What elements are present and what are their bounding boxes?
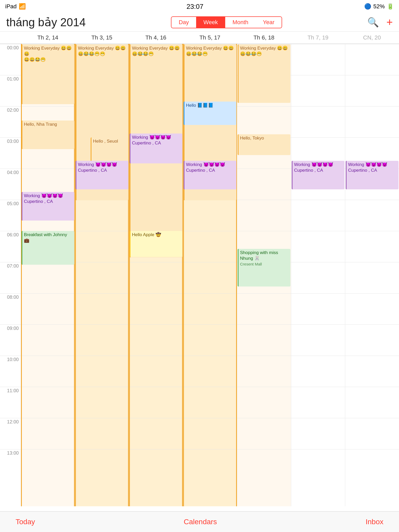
event-working-devil-1[interactable]: Working 😈😈😈😈Cupertino , CA bbox=[76, 161, 128, 189]
event-hello-apple[interactable]: Hello Apple 🤠 bbox=[130, 231, 182, 257]
month-title: tháng bảy 2014 bbox=[6, 16, 86, 29]
status-bar: iPad 📶 23:07 🔵 52% 🔋 bbox=[0, 0, 399, 13]
inbox-button[interactable]: Inbox bbox=[365, 518, 383, 526]
day-col-2: Working Everyday 😀😀😀😂😂😁 Working 😈😈😈😈Cupe… bbox=[129, 44, 183, 506]
time-13: 13:00 bbox=[0, 449, 21, 480]
time-01: 01:00 bbox=[0, 75, 21, 106]
day-col-4: Working Everyday 😀😀😀😂😂😁 Hello, Tokyo Sho… bbox=[237, 44, 291, 506]
event-working-devil-2[interactable]: Working 😈😈😈😈Cupertino , CA bbox=[130, 134, 182, 163]
view-btn-day[interactable]: Day bbox=[171, 17, 196, 28]
days-grid: Working Everyday 😀😀😀😀😀😂😁 Hello, Nha Tran… bbox=[21, 44, 399, 506]
search-icon[interactable]: 🔍 bbox=[367, 17, 379, 28]
time-05: 05:00 bbox=[0, 200, 21, 231]
bluetooth-icon: 🔵 bbox=[364, 3, 371, 10]
view-switcher[interactable]: Day Week Month Year bbox=[171, 16, 282, 28]
time-08: 08:00 bbox=[0, 293, 21, 324]
time-10: 10:00 bbox=[0, 356, 21, 387]
time-07: 07:00 bbox=[0, 262, 21, 293]
day-header-4: Th 6, 18 bbox=[237, 32, 291, 44]
day-col-5: Working 😈😈😈😈Cupertino , CA bbox=[291, 44, 345, 506]
event-working-everyday-4[interactable]: Working Everyday 😀😀😀😂😂😁 bbox=[238, 44, 290, 103]
status-right: 🔵 52% 🔋 bbox=[364, 3, 394, 10]
event-shopping-nhung[interactable]: Shopping with miss Nhung 🐰Cresent Mall bbox=[238, 249, 290, 287]
time-11: 11:00 bbox=[0, 387, 21, 418]
day-col-0: Working Everyday 😀😀😀😀😀😂😁 Hello, Nha Tran… bbox=[21, 44, 75, 506]
wifi-icon: 📶 bbox=[19, 3, 26, 10]
add-icon[interactable]: + bbox=[386, 16, 393, 29]
time-00: 00:00 bbox=[0, 44, 21, 75]
header-actions: 🔍 + bbox=[367, 16, 393, 29]
day-header-2: Th 4, 16 bbox=[129, 32, 183, 44]
time-header-spacer bbox=[0, 32, 21, 44]
battery-label: 52% bbox=[373, 3, 385, 10]
status-time: 23:07 bbox=[187, 3, 203, 11]
day-col-6: Working 😈😈😈😈Cupertino , CA bbox=[345, 44, 399, 506]
event-hello-blue[interactable]: Hello 📘📘📘 bbox=[184, 102, 236, 125]
event-working-everyday-0[interactable]: Working Everyday 😀😀😀😀😀😂😁 bbox=[22, 44, 74, 104]
ipad-label: iPad bbox=[5, 3, 17, 10]
event-working-devil-5[interactable]: Working 😈😈😈😈Cupertino , CA bbox=[292, 161, 344, 189]
today-button[interactable]: Today bbox=[16, 518, 35, 526]
time-02: 02:00 bbox=[0, 106, 21, 137]
battery-icon: 🔋 bbox=[387, 3, 394, 10]
day-header-1: Th 3, 15 bbox=[75, 32, 129, 44]
day-header-0: Th 2, 14 bbox=[21, 32, 75, 44]
view-btn-year[interactable]: Year bbox=[256, 17, 282, 28]
event-breakfast-johnny[interactable]: Breakfast with Johnny 💼 bbox=[22, 231, 74, 265]
day-col-3: Working Everyday 😀😀😀😂😂😁 Hello 📘📘📘 Workin… bbox=[183, 44, 237, 506]
time-12: 12:00 bbox=[0, 418, 21, 449]
event-working-devil-6[interactable]: Working 😈😈😈😈Cupertino , CA bbox=[346, 161, 398, 189]
time-03: 03:00 bbox=[0, 137, 21, 169]
day-header-5: Th 7, 19 bbox=[291, 32, 345, 44]
day-header-6: CN, 20 bbox=[345, 32, 399, 44]
bottom-bar: Today Calendars Inbox bbox=[0, 511, 399, 532]
view-btn-week[interactable]: Week bbox=[196, 17, 225, 28]
day-header-3: Th 5, 17 bbox=[183, 32, 237, 44]
view-btn-month[interactable]: Month bbox=[225, 17, 256, 28]
time-04: 04:00 bbox=[0, 169, 21, 200]
calendar-body: 00:00 01:00 02:00 03:00 04:00 05:00 06:0… bbox=[0, 44, 399, 506]
time-column: 00:00 01:00 02:00 03:00 04:00 05:00 06:0… bbox=[0, 44, 21, 506]
day-col-1: Working Everyday 😀😀😀😂😂😁😁 Hello , Seuol W… bbox=[75, 44, 129, 506]
event-hello-nha-trang[interactable]: Hello, Nha Trang bbox=[22, 121, 74, 149]
event-hello-tokyo[interactable]: Hello, Tokyo bbox=[238, 134, 290, 155]
calendar-header: tháng bảy 2014 Day Week Month Year 🔍 + bbox=[0, 13, 399, 32]
event-hello-seuol[interactable]: Hello , Seuol bbox=[91, 137, 128, 163]
calendars-button[interactable]: Calendars bbox=[184, 518, 217, 526]
status-left: iPad 📶 bbox=[5, 3, 26, 10]
event-working-devil-0[interactable]: Working 😈😈😈😈Cupertino , CA bbox=[22, 192, 74, 221]
event-working-devil-3[interactable]: Working 😈😈😈😈Cupertino , CA bbox=[184, 161, 236, 189]
time-09: 09:00 bbox=[0, 324, 21, 356]
day-headers: Th 2, 14 Th 3, 15 Th 4, 16 Th 5, 17 Th 6… bbox=[0, 32, 399, 44]
time-06: 06:00 bbox=[0, 231, 21, 262]
